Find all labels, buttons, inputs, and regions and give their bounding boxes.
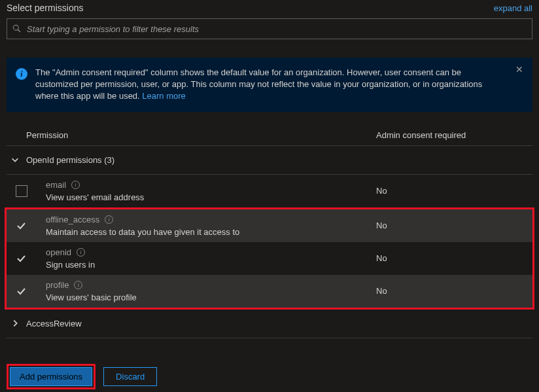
group-label: AccessReview (26, 319, 82, 329)
info-icon[interactable]: i (105, 215, 113, 224)
expand-all-link[interactable]: expand all (494, 3, 532, 13)
permission-name: offline_access (46, 215, 99, 224)
info-icon[interactable]: i (77, 248, 85, 257)
permission-description: Sign users in (46, 260, 376, 270)
add-permissions-button[interactable]: Add permissions (10, 367, 92, 386)
admin-consent-value: No (376, 186, 532, 196)
page-title: Select permissions (7, 3, 84, 13)
search-input[interactable] (27, 24, 527, 34)
admin-consent-value: No (376, 221, 532, 230)
chevron-right-icon (10, 319, 20, 328)
permission-description: View users' email address (46, 192, 376, 202)
permission-name: email (46, 180, 66, 190)
group-access-review[interactable]: AccessReview (7, 310, 532, 338)
table-row[interactable]: profile i View users' basic profile No (7, 275, 532, 308)
admin-consent-value: No (376, 253, 532, 263)
checkmark-icon[interactable] (16, 253, 26, 264)
checkmark-icon[interactable] (16, 221, 26, 231)
group-label: OpenId permissions (3) (26, 155, 114, 165)
discard-button[interactable]: Discard (103, 367, 157, 386)
checkmark-icon[interactable] (16, 286, 26, 296)
info-banner: i The "Admin consent required" column sh… (7, 58, 532, 112)
info-icon[interactable]: i (71, 181, 80, 189)
info-icon: i (16, 68, 27, 80)
permission-name: openid (46, 247, 71, 257)
search-input-container[interactable] (7, 18, 532, 39)
add-permissions-highlight: Add permissions (7, 364, 96, 389)
search-icon (12, 24, 22, 33)
column-headers: Permission Admin consent required (7, 124, 532, 146)
table-row[interactable]: email i View users' email address No (7, 175, 532, 207)
info-text: The "Admin consent required" column show… (35, 67, 482, 101)
permission-description: Maintain access to data you have given i… (46, 227, 376, 237)
permission-description: View users' basic profile (46, 293, 376, 302)
table-row[interactable]: offline_access i Maintain access to data… (7, 209, 532, 242)
permission-name: profile (46, 280, 69, 290)
group-openid-permissions[interactable]: OpenId permissions (3) (7, 146, 532, 175)
column-admin-consent: Admin consent required (376, 130, 532, 140)
checkbox-unchecked[interactable] (16, 185, 27, 197)
close-icon[interactable]: ✕ (515, 64, 523, 75)
highlighted-rows: offline_access i Maintain access to data… (5, 207, 534, 310)
info-icon[interactable]: i (74, 281, 82, 289)
column-permission: Permission (26, 130, 376, 140)
table-row[interactable]: openid i Sign users in No (7, 242, 532, 275)
admin-consent-value: No (376, 286, 532, 296)
learn-more-link[interactable]: Learn more (142, 91, 185, 101)
chevron-down-icon (10, 155, 20, 164)
